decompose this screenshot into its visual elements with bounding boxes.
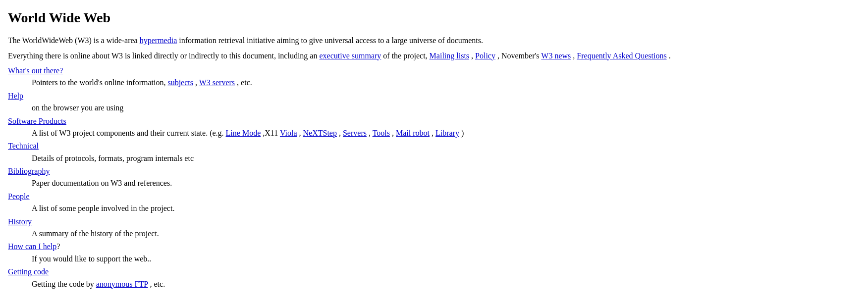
technical-link[interactable]: Technical [8,142,39,150]
sw-comma3: , [369,129,371,137]
sw-comma1: , [299,129,301,137]
executive-summary-link[interactable]: executive summary [319,51,381,60]
page-title: World Wide Web [8,8,860,27]
intro2-comma2: , [573,51,575,60]
hypermedia-link[interactable]: hypermedia [140,36,177,45]
how-can-i-help-desc: If you would like to support the web.. [32,254,860,264]
sw-comma5: , [432,129,434,137]
bibliography-link[interactable]: Bibliography [8,167,50,175]
how-can-i-help-term: How can I help? [8,241,860,252]
w3news-link[interactable]: W3 news [541,51,571,60]
tools-link[interactable]: Tools [373,129,390,137]
main-list: What's out there? Pointers to the world'… [8,65,860,290]
whats-out-there-link[interactable]: What's out there? [8,66,63,75]
intro2-mid2: , November's [497,51,540,60]
getting-code-desc: Getting the code by anonymous FTP , etc. [32,279,860,290]
sw-desc-pre: A list of W3 project components and thei… [32,129,224,137]
history-term: History [8,216,860,227]
linemode-link[interactable]: Line Mode [226,129,261,137]
help-term: Help [8,91,860,102]
faq-link[interactable]: Frequently Asked Questions [577,51,666,60]
sw-x11: ,X11 [263,129,278,137]
mailrobot-link[interactable]: Mail robot [396,129,430,137]
history-desc: A summary of the history of the project. [32,228,860,239]
intro-paragraph-1: The WorldWideWeb (W3) is a wide-area hyp… [8,35,860,46]
intro2-end: . [669,51,671,60]
technical-desc: Details of protocols, formats, program i… [32,153,860,164]
sw-comma4: , [392,129,394,137]
people-term: People [8,191,860,202]
intro2-comma1: , [471,51,473,60]
library-link[interactable]: Library [435,129,459,137]
whats-out-there-term: What's out there? [8,65,860,76]
getting-code-term: Getting code [8,266,860,277]
whats-desc-pre: Pointers to the world's online informati… [32,78,165,87]
intro1-text: The WorldWideWeb (W3) is a wide-area [8,36,138,45]
people-desc: A list of some people involved in the pr… [32,203,860,214]
policy-link[interactable]: Policy [475,51,495,60]
how-can-i-help-link[interactable]: How can I help [8,242,56,251]
whats-out-there-desc: Pointers to the world's online informati… [32,77,860,88]
bibliography-term: Bibliography [8,166,860,177]
sw-desc-post: ) [461,129,464,137]
anonymous-ftp-link[interactable]: anonymous FTP [96,280,148,288]
viola-link[interactable]: Viola [280,129,297,137]
technical-term: Technical [8,141,860,152]
bibliography-desc: Paper documentation on W3 and references… [32,178,860,189]
getting-code-post: , etc. [150,280,165,288]
intro1-cont: information retrieval initiative aiming … [179,36,483,45]
software-products-desc: A list of W3 project components and thei… [32,128,860,139]
how-can-i-help-suffix: ? [56,242,60,251]
intro-paragraph-2: Everything there is online about W3 is l… [8,51,860,61]
servers-link[interactable]: Servers [343,129,367,137]
intro2-pre: Everything there is online about W3 is l… [8,51,317,60]
people-link[interactable]: People [8,192,30,201]
sw-comma2: , [339,129,341,137]
whats-desc-post: , etc. [237,78,252,87]
mailing-lists-link[interactable]: Mailing lists [430,51,469,60]
nextstep-link[interactable]: NeXTStep [303,129,337,137]
getting-code-pre: Getting the code by [32,280,94,288]
subjects-link[interactable]: subjects [167,78,193,87]
getting-code-link[interactable]: Getting code [8,267,49,276]
software-products-term: Software Products [8,116,860,127]
help-link[interactable]: Help [8,92,23,100]
w3servers-link[interactable]: W3 servers [199,78,235,87]
history-link[interactable]: History [8,217,32,226]
software-products-link[interactable]: Software Products [8,117,66,125]
whats-desc-mid: , [195,78,197,87]
help-desc: on the browser you are using [32,103,860,113]
